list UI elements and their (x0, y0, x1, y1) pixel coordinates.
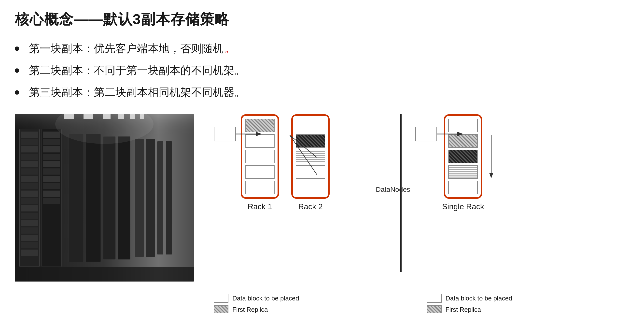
single-rack-cell-4 (448, 165, 478, 179)
rack2-label: Rack 2 (298, 202, 323, 211)
rack2-box (291, 114, 330, 199)
svg-rect-16 (21, 213, 38, 219)
bullet-item-3: 第三块副本：第二块副本相同机架不同机器。 (15, 85, 629, 100)
svg-rect-22 (43, 132, 60, 138)
rack1-diagram: Rack 1 (241, 114, 279, 211)
corridor (15, 114, 194, 281)
rack2-cell-4 (296, 165, 325, 179)
svg-rect-23 (43, 139, 60, 145)
bullet-dot-2 (15, 68, 19, 73)
single-rack-cell-5 (448, 181, 478, 194)
rack1-box (241, 114, 279, 199)
right-diagram: Rack 1 Rack 2 D (214, 114, 629, 313)
svg-rect-21 (21, 249, 38, 256)
single-rack-diagram: Single Rack (442, 114, 484, 211)
rack1-cell-1 (245, 119, 274, 132)
legend-box-first-right (427, 305, 442, 313)
legend-right-first: First Replica (427, 305, 512, 313)
single-rack-cell-2 (448, 134, 478, 148)
server-room-image (15, 114, 194, 281)
page-title: 核心概念——默认3副本存储策略 (15, 10, 629, 29)
single-rack-label: Single Rack (442, 202, 484, 211)
rack1-cell-4 (245, 165, 274, 179)
bullet-text-3: 第三块副本：第二块副本相同机架不同机器。 (29, 85, 245, 100)
rack1-label: Rack 1 (248, 202, 272, 211)
legend-label-empty-left: Data block to be placed (232, 294, 299, 302)
legend-right-empty: Data block to be placed (427, 294, 512, 303)
svg-rect-17 (21, 220, 38, 226)
svg-rect-29 (43, 183, 60, 189)
svg-rect-37 (146, 139, 155, 257)
client-box-left (214, 127, 236, 141)
bullet-dot-3 (15, 90, 19, 95)
legend-box-empty-left (214, 294, 228, 303)
client-left (214, 127, 236, 141)
bullet-text-1: 第一块副本：优先客户端本地，否则随机。 (29, 41, 235, 56)
svg-rect-31 (43, 198, 60, 204)
rack1-cell-5 (245, 181, 274, 194)
legend-left: Data block to be placed First Replica Se… (214, 294, 299, 313)
svg-rect-7 (21, 146, 38, 152)
svg-rect-39 (166, 141, 172, 254)
svg-rect-32 (69, 134, 84, 262)
right-rack-group: Single Rack (415, 114, 484, 211)
legend-label-first-left: First Replica (232, 306, 268, 313)
svg-rect-12 (21, 183, 38, 189)
rack2-diagram: Rack 2 (291, 114, 330, 211)
svg-rect-30 (43, 191, 60, 197)
svg-rect-10 (21, 168, 38, 175)
svg-rect-8 (21, 154, 38, 160)
rack2-cell-5 (296, 181, 325, 194)
svg-rect-34 (103, 136, 116, 259)
legend-label-first-right: First Replica (446, 306, 481, 313)
legend-label-empty-right: Data block to be placed (446, 294, 512, 302)
server-svg (15, 114, 194, 281)
bullet-dot-1 (15, 47, 19, 51)
content-row: Rack 1 Rack 2 D (15, 114, 629, 313)
legends-row: Data block to be placed First Replica Se… (214, 286, 629, 313)
bullet-text-2: 第二块副本：不同于第一块副本的不同机架。 (29, 63, 245, 78)
bullet-item-1: 第一块副本：优先客户端本地，否则随机。 (15, 41, 629, 56)
legend-left-empty: Data block to be placed (214, 294, 299, 303)
svg-rect-24 (43, 146, 60, 152)
svg-rect-20 (21, 242, 38, 248)
legend-box-empty-right (427, 294, 442, 303)
rack2-cell-1 (296, 119, 325, 132)
rack2-cell-2 (296, 134, 325, 148)
svg-rect-19 (21, 235, 38, 241)
main-container: 核心概念——默认3副本存储策略 第一块副本：优先客户端本地，否则随机。 第二块副… (0, 0, 644, 313)
svg-rect-33 (86, 134, 101, 262)
datanodes-label: DataNodes (376, 186, 410, 193)
rack1-cell-2 (245, 134, 274, 148)
svg-rect-25 (43, 154, 60, 160)
legend-right: Data block to be placed First Replica Se… (427, 294, 512, 313)
legend-box-first-left (214, 305, 228, 313)
left-rack-group: Rack 1 Rack 2 (214, 114, 330, 211)
svg-rect-38 (157, 141, 163, 254)
single-rack-cell-1 (448, 119, 478, 132)
rack1-cell-3 (245, 150, 274, 163)
red-dot-1: 。 (224, 42, 235, 54)
svg-rect-5 (21, 132, 38, 138)
svg-rect-11 (21, 176, 38, 182)
svg-rect-13 (21, 191, 38, 197)
svg-rect-14 (21, 198, 38, 204)
single-rack-box (444, 114, 482, 199)
svg-rect-35 (118, 136, 130, 259)
svg-rect-15 (21, 205, 38, 211)
bullet-list: 第一块副本：优先客户端本地，否则随机。 第二块副本：不同于第一块副本的不同机架。… (15, 41, 629, 100)
svg-rect-18 (21, 227, 38, 234)
svg-rect-27 (43, 168, 60, 175)
svg-rect-40 (15, 267, 194, 281)
bullet-item-2: 第二块副本：不同于第一块副本的不同机架。 (15, 63, 629, 78)
rack2-cell-3 (296, 150, 325, 163)
client-box-right (415, 127, 437, 141)
svg-rect-36 (135, 139, 144, 257)
svg-rect-6 (21, 139, 38, 145)
single-rack-cell-3 (448, 150, 478, 163)
svg-rect-26 (43, 161, 60, 167)
diagram-wrapper: Rack 1 Rack 2 D (214, 114, 619, 281)
separator-line (400, 114, 402, 272)
client-right (415, 127, 437, 141)
svg-rect-28 (43, 176, 60, 182)
